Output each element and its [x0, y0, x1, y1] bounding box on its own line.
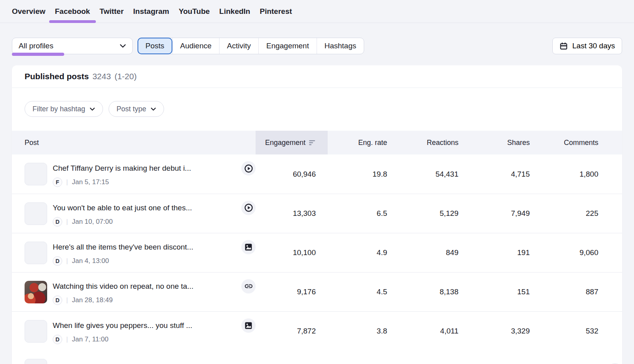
nav-tab-facebook[interactable]: Facebook — [55, 0, 90, 23]
comments-value: 532 — [542, 312, 622, 351]
reactions-value: 5,129 — [399, 194, 470, 233]
shares-value: 7,949 — [470, 194, 542, 233]
column-header-shares[interactable]: Shares — [470, 131, 542, 154]
photo-icon — [244, 322, 252, 330]
post-date: Jan 10, 07:00 — [72, 218, 113, 226]
post-thumbnail[interactable] — [25, 359, 47, 364]
separator: | — [66, 178, 68, 186]
comments-value: 1,800 — [542, 154, 622, 194]
table-row-partial[interactable] — [12, 351, 622, 364]
nav-tab-youtube[interactable]: YouTube — [179, 0, 210, 23]
comments-value: 225 — [542, 194, 622, 233]
filter-by-hashtag-dropdown[interactable]: Filter by hashtag — [25, 101, 103, 117]
chevron-down-icon — [120, 44, 126, 48]
post-type-icon — [241, 318, 256, 333]
separator: | — [66, 296, 68, 304]
profile-select-value: All profiles — [19, 42, 53, 50]
post-type-label: Post type — [116, 105, 146, 113]
table-row[interactable]: You won't be able to eat just one of the… — [12, 194, 622, 233]
published-posts-card: Published posts 3243 (1-20) Filter by ha… — [12, 65, 622, 364]
nav-tab-linkedin[interactable]: LinkedIn — [219, 0, 250, 23]
nav-tab-instagram[interactable]: Instagram — [133, 0, 169, 23]
column-header-engagement[interactable]: Engagement — [256, 131, 328, 154]
post-thumbnail[interactable] — [25, 281, 47, 303]
profile-badge: D — [53, 256, 62, 266]
post-thumbnail[interactable] — [25, 202, 47, 225]
toolbar: All profiles Posts Audience Activity Eng… — [12, 38, 622, 54]
post-date: Jan 5, 17:15 — [72, 178, 109, 186]
nav-tab-overview[interactable]: Overview — [12, 0, 46, 23]
profile-select[interactable]: All profiles — [12, 38, 133, 54]
column-header-reactions[interactable]: Reactions — [399, 131, 470, 154]
nav-tab-twitter[interactable]: Twitter — [99, 0, 124, 23]
post-type-icon — [241, 201, 256, 215]
posts-range: (1-20) — [115, 72, 137, 81]
profile-badge: D — [53, 295, 62, 305]
social-channels-nav: Overview Facebook Twitter Instagram YouT… — [0, 0, 634, 23]
separator: | — [66, 218, 68, 226]
reactions-value: 849 — [399, 233, 470, 272]
tab-engagement[interactable]: Engagement — [258, 38, 317, 54]
profile-badge: D — [53, 217, 62, 227]
posts-count: 3243 — [92, 72, 111, 81]
eng-rate-value: 3.8 — [328, 312, 399, 351]
nav-tab-pinterest[interactable]: Pinterest — [260, 0, 292, 23]
eng-rate-value: 19.8 — [328, 154, 399, 194]
separator: | — [66, 335, 68, 343]
profile-badge: D — [53, 335, 62, 344]
filter-by-hashtag-label: Filter by hashtag — [32, 105, 85, 113]
engagement-value: 9,176 — [256, 273, 328, 311]
chevron-down-icon — [90, 107, 95, 111]
link-icon — [244, 282, 253, 291]
post-title[interactable]: You won't be able to eat just one of the… — [53, 204, 237, 212]
column-header-eng-rate[interactable]: Eng. rate — [328, 131, 399, 154]
reactions-value: 4,011 — [399, 312, 470, 351]
view-tabs: Posts Audience Activity Engagement Hasht… — [137, 38, 364, 54]
post-title[interactable]: Chef Tiffany Derry is making her debut i… — [53, 164, 237, 173]
eng-rate-value: 4.9 — [328, 233, 399, 272]
table-row[interactable]: Watching this video on repeat, no one ta… — [12, 272, 622, 311]
video-play-icon — [244, 203, 253, 212]
engagement-value: 60,946 — [256, 154, 328, 194]
post-date: Jan 28, 18:49 — [72, 296, 113, 304]
profile-badge: F — [53, 177, 62, 187]
table-row[interactable]: Here's all the items they've been discon… — [12, 233, 622, 272]
post-thumbnail[interactable] — [25, 242, 47, 264]
reactions-value: 8,138 — [399, 273, 470, 311]
table-row[interactable]: Chef Tiffany Derry is making her debut i… — [12, 154, 622, 194]
comments-value: 887 — [542, 273, 622, 311]
date-range-label: Last 30 days — [572, 42, 615, 50]
shares-value: 4,715 — [470, 154, 542, 194]
comments-value: 9,060 — [542, 233, 622, 272]
date-range-button[interactable]: Last 30 days — [552, 38, 622, 54]
sort-descending-icon — [309, 140, 316, 145]
profile-select-accent-underline — [12, 53, 64, 56]
calendar-icon — [560, 42, 568, 50]
table-row[interactable]: When life gives you peppers... you stuff… — [12, 311, 622, 351]
post-thumbnail[interactable] — [25, 163, 47, 185]
eng-rate-value: 4.5 — [328, 273, 399, 311]
video-play-icon — [244, 164, 253, 173]
post-thumbnail[interactable] — [25, 320, 47, 343]
column-header-comments[interactable]: Comments — [542, 131, 622, 154]
post-title[interactable]: When life gives you peppers... you stuff… — [53, 321, 237, 330]
post-type-icon — [241, 240, 256, 254]
post-title[interactable]: Here's all the items they've been discon… — [53, 243, 237, 252]
tab-activity[interactable]: Activity — [219, 38, 258, 54]
engagement-value: 10,100 — [256, 233, 328, 272]
post-type-icon — [241, 161, 256, 175]
post-title[interactable]: Watching this video on repeat, no one ta… — [53, 282, 237, 291]
post-type-dropdown[interactable]: Post type — [109, 101, 164, 117]
table-header: Post Engagement Eng. rate Reactions Shar… — [12, 131, 622, 154]
column-header-post[interactable]: Post — [12, 131, 256, 154]
post-date: Jan 4, 13:00 — [72, 257, 109, 265]
photo-icon — [244, 243, 252, 251]
filters-row: Filter by hashtag Post type — [25, 101, 609, 117]
tab-audience[interactable]: Audience — [172, 38, 219, 54]
tab-hashtags[interactable]: Hashtags — [317, 38, 364, 54]
tab-posts[interactable]: Posts — [137, 38, 172, 54]
shares-value: 3,329 — [470, 312, 542, 351]
post-type-icon — [241, 279, 256, 293]
engagement-value: 7,872 — [256, 312, 328, 351]
column-header-engagement-label: Engagement — [265, 139, 306, 147]
